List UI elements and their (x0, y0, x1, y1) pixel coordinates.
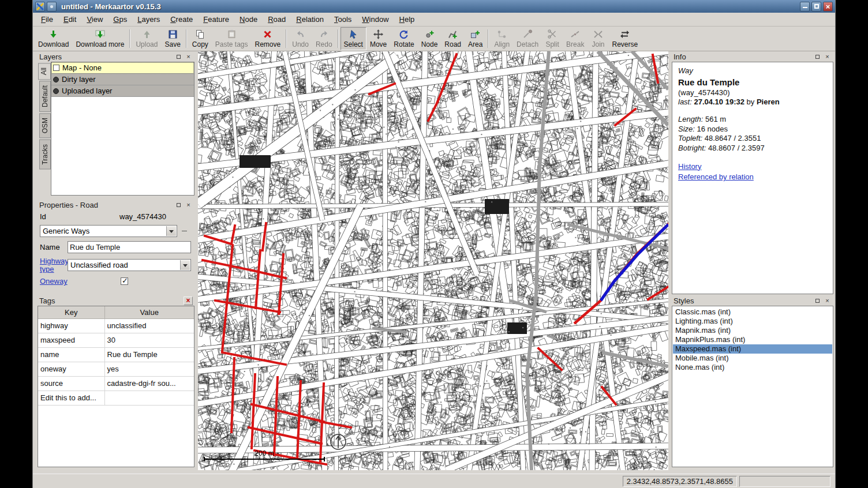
menu-item-tools[interactable]: Tools (329, 13, 357, 25)
tag-key-cell[interactable]: name (38, 347, 104, 362)
node-button[interactable]: Node (418, 27, 442, 50)
layer-row[interactable]: Map - None (51, 62, 194, 74)
download-more-icon (95, 29, 105, 40)
tag-value-cell[interactable]: Rue du Temple (104, 347, 194, 362)
style-item[interactable]: MapnikPlus.mas (int) (673, 335, 832, 344)
layers-tab-all[interactable]: All (38, 63, 51, 80)
style-item[interactable]: None.mas (int) (673, 363, 832, 372)
layer-visibility-icon[interactable] (53, 88, 59, 94)
highway-type-select[interactable]: Unclassified road (68, 259, 191, 271)
menu-item-window[interactable]: Window (357, 13, 394, 25)
styles-list[interactable]: Classic.mas (int)Lighting.mas (int)Mapni… (672, 306, 833, 467)
window-menu-button[interactable] (35, 2, 45, 12)
remove-button[interactable]: Remove (252, 27, 285, 50)
toolbar-button-label: Align (494, 40, 510, 48)
menu-item-gps[interactable]: Gps (108, 13, 132, 25)
menu-item-relation[interactable]: Relation (291, 13, 329, 25)
layer-checkbox-icon[interactable] (53, 65, 59, 71)
tag-key-cell[interactable]: oneway (38, 362, 104, 376)
layers-list[interactable]: Map - NoneDirty layerUploaded layer (51, 62, 194, 196)
download-more-button[interactable]: Download more (72, 27, 128, 50)
menu-item-file[interactable]: File (36, 13, 58, 25)
tag-value-cell[interactable]: cadastre-dgi-fr sou... (104, 376, 194, 391)
reverse-button[interactable]: Reverse (608, 27, 641, 50)
remove-tag-button[interactable]: × (184, 296, 193, 305)
sticky-button[interactable] (47, 2, 57, 12)
maximize-button[interactable] (811, 2, 821, 12)
save-button[interactable]: Save (161, 27, 184, 50)
oneway-checkbox[interactable] (121, 277, 128, 285)
close-button[interactable]: × (823, 2, 833, 12)
menu-item-road[interactable]: Road (263, 13, 291, 25)
layers-tab-default[interactable]: Default (39, 81, 51, 112)
area-button[interactable]: Area (465, 27, 486, 50)
upload-button[interactable]: Upload (132, 27, 161, 50)
undo-button[interactable]: Undo (289, 27, 312, 50)
menu-item-edit[interactable]: Edit (58, 13, 81, 25)
tag-key-cell[interactable]: maxspeed (38, 333, 104, 347)
map-canvas[interactable] (198, 51, 668, 470)
tag-key-cell[interactable]: Edit this to add... (38, 391, 104, 405)
tag-key-cell[interactable]: source (38, 376, 104, 391)
tag-value-cell[interactable]: 30 (104, 333, 194, 347)
select-button[interactable]: Select (341, 27, 366, 50)
name-label: Name (40, 243, 68, 251)
tag-value-cell[interactable]: yes (104, 362, 194, 376)
tag-key-cell[interactable]: highway (38, 318, 104, 333)
remove-icon (263, 29, 272, 40)
menu-item-feature[interactable]: Feature (198, 13, 234, 25)
redo-button[interactable]: Redo (312, 27, 336, 50)
chevron-down-icon[interactable] (180, 260, 190, 270)
move-button[interactable]: Move (366, 27, 390, 50)
split-button[interactable]: Split (542, 27, 563, 50)
feature-type-select[interactable]: Generic Ways (40, 225, 177, 237)
style-item[interactable]: Mapnik.mas (int) (673, 326, 832, 335)
tags-panel-header: Tags × (38, 295, 194, 306)
tag-value-cell[interactable] (104, 391, 194, 405)
oneway-link[interactable]: Oneway (40, 277, 68, 286)
tag-value-cell[interactable]: unclassified (104, 318, 194, 333)
float-panel-button[interactable] (174, 52, 183, 61)
close-panel-button[interactable]: × (184, 52, 193, 61)
paste-tags-button[interactable]: Paste tags (212, 27, 252, 50)
layer-row[interactable]: Dirty layer (51, 74, 194, 85)
copy-button[interactable]: Copy (189, 27, 212, 50)
layer-visibility-icon[interactable] (53, 77, 59, 82)
download-button[interactable]: Download (35, 27, 72, 50)
road-button[interactable]: Road (441, 27, 465, 50)
menu-item-help[interactable]: Help (394, 13, 420, 25)
app-icon (36, 3, 44, 10)
join-button[interactable]: Join (588, 27, 608, 50)
highway-type-link[interactable]: Highway type (40, 257, 68, 273)
close-panel-button[interactable]: × (823, 296, 832, 305)
align-button[interactable]: Align (491, 27, 513, 50)
history-link[interactable]: History (678, 162, 827, 172)
style-item[interactable]: Mobile.mas (int) (673, 354, 832, 363)
float-panel-button[interactable] (813, 296, 822, 305)
name-field[interactable] (68, 241, 191, 253)
minimize-button[interactable] (800, 2, 810, 12)
styles-panel-header: Styles × (672, 295, 833, 306)
map-view[interactable]: 200 m (198, 51, 668, 470)
referenced-by-relation-link[interactable]: Referenced by relation (678, 172, 827, 182)
break-button[interactable]: Break (563, 27, 588, 50)
detach-button[interactable]: Detach (513, 27, 542, 50)
style-item[interactable]: Classic.mas (int) (673, 307, 832, 317)
float-panel-button[interactable] (813, 52, 822, 61)
layers-tab-tracks[interactable]: Tracks (39, 140, 51, 170)
layers-tab-osm[interactable]: OSM (39, 113, 51, 138)
titlebar[interactable]: untitled - Merkaartor v0.15.3 × (33, 0, 835, 13)
menu-item-layers[interactable]: Layers (132, 13, 165, 25)
chevron-down-icon[interactable] (166, 226, 176, 236)
float-panel-button[interactable] (174, 201, 183, 209)
style-item[interactable]: Lighting.mas (int) (673, 317, 832, 326)
style-item[interactable]: Maxspeed.mas (int) (673, 344, 832, 354)
rotate-button[interactable]: Rotate (390, 27, 417, 50)
close-panel-button[interactable]: × (823, 52, 832, 61)
menu-item-create[interactable]: Create (165, 13, 198, 25)
menu-item-view[interactable]: View (81, 13, 108, 25)
layer-row[interactable]: Uploaded layer (51, 85, 194, 97)
close-panel-button[interactable]: × (184, 201, 193, 209)
toolbar-button-label: Save (164, 40, 180, 48)
menu-item-node[interactable]: Node (234, 13, 263, 25)
